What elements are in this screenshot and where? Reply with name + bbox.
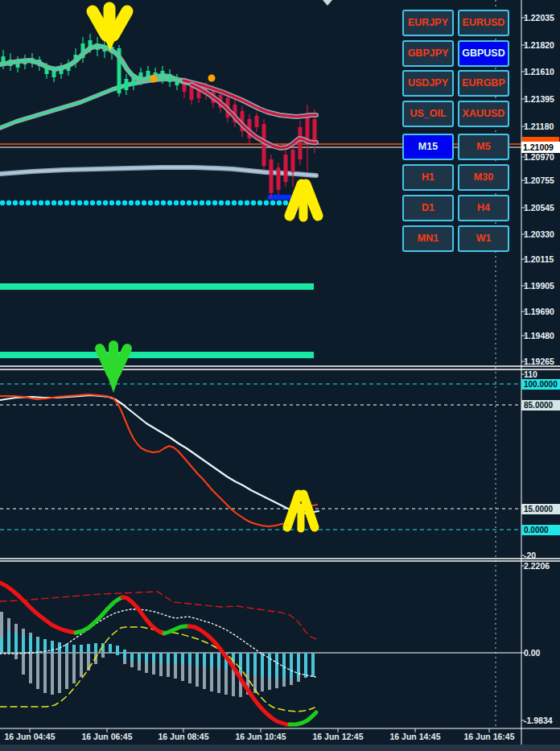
histogram-bar-cyan — [109, 644, 112, 653]
symbol-button-xauusd[interactable]: XAUUSD — [458, 101, 509, 127]
symbol-button-eurusd[interactable]: EURUSD — [458, 10, 509, 36]
cyan-dotted-baseline-dot — [257, 200, 262, 205]
time-axis-label: 16 Jun 06:45 — [71, 732, 143, 741]
timeframe-button-d1[interactable]: D1 — [402, 195, 454, 221]
macd-power-line-green — [290, 712, 316, 724]
cyan-dotted-baseline-dot — [251, 200, 256, 205]
histogram-bar-cyan — [123, 653, 126, 659]
oscillator-panel — [0, 384, 521, 530]
cyan-dotted-baseline-dot — [58, 200, 63, 205]
cyan-dotted-baseline-dot — [232, 200, 237, 205]
candlestick — [299, 127, 303, 159]
candlestick — [190, 87, 194, 100]
price-axis-label: 1.19690 — [524, 307, 560, 316]
oscillator-buy-arrow-icon — [303, 494, 315, 527]
candlestick — [125, 79, 129, 90]
oscillator-main-line — [0, 395, 314, 514]
histogram-bar-cyan — [282, 653, 286, 679]
price-axis-label: 1.20545 — [524, 203, 560, 213]
macd-axis-label: 2.2206 — [524, 561, 560, 571]
oscillator-axis-label: -20 — [524, 551, 560, 560]
histogram-bar-cyan — [203, 653, 206, 666]
time-axis-label: 16 Jun 04:45 — [0, 732, 66, 741]
cyan-dotted-baseline-dot — [238, 200, 243, 205]
histogram-bar-cyan — [138, 653, 141, 662]
cyan-dotted-baseline-dot — [77, 200, 82, 205]
oscillator-level-badge: 100.0000 — [521, 379, 560, 390]
cyan-dotted-baseline-dot — [270, 200, 275, 205]
cyan-dotted-baseline-dot — [135, 200, 140, 205]
cyan-dotted-baseline-dot — [167, 200, 172, 205]
timeframe-button-h4[interactable]: H4 — [458, 195, 509, 221]
histogram-bar-cyan — [290, 653, 293, 679]
histogram-bar-cyan — [116, 646, 119, 653]
histogram-bar-cyan — [304, 653, 307, 678]
cyan-dotted-baseline-dot — [180, 200, 185, 205]
cyan-dotted-baseline-dot — [45, 200, 50, 205]
symbol-button-usdjpy[interactable]: USDJPY — [402, 70, 454, 97]
cyan-dotted-baseline-dot — [39, 200, 43, 205]
histogram-bar-cyan — [14, 633, 18, 653]
macd-axis-label: 0.00 — [524, 648, 560, 658]
time-axis-label: 16 Jun 16:45 — [453, 732, 525, 741]
time-axis-label: 16 Jun 12:45 — [302, 732, 374, 741]
cyan-dotted-baseline-dot — [116, 200, 121, 205]
histogram-bar-cyan — [246, 653, 249, 674]
slow-ma-green — [0, 79, 185, 128]
price-axis-label: 1.21395 — [524, 94, 560, 104]
timeframe-button-w1[interactable]: W1 — [458, 225, 509, 252]
histogram-bar-cyan — [94, 643, 97, 653]
price-axis-label: 1.21610 — [524, 67, 560, 76]
orange-signal-dot — [208, 75, 216, 82]
timeframe-button-mn1[interactable]: MN1 — [402, 225, 454, 252]
price-axis-label: 1.20755 — [524, 175, 560, 185]
histogram-bar-cyan — [253, 653, 257, 675]
oscillator-level-badge: 0.0000 — [521, 525, 560, 535]
price-axis-label: 1.19480 — [524, 331, 560, 340]
cyan-dotted-baseline-dot — [154, 200, 159, 205]
histogram-bar-gray — [29, 653, 32, 683]
histogram-bar-gray — [65, 653, 68, 689]
symbol-button-eurgbp[interactable]: EURGBP — [458, 70, 509, 97]
oscillator-signal-line — [0, 394, 286, 526]
support-resistance-zone — [0, 352, 314, 358]
symbol-button-us_oil[interactable]: US_OIL — [402, 101, 454, 127]
histogram-bar-cyan — [123, 650, 126, 653]
cyan-dotted-baseline-dot — [161, 200, 166, 205]
price-axis-label: 1.21180 — [524, 122, 560, 131]
symbol-button-gbpjpy[interactable]: GBPJPY — [402, 40, 454, 67]
histogram-bar-cyan — [7, 631, 10, 653]
oscillator-level-badge: 85.0000 — [521, 400, 560, 411]
timeframe-button-h1[interactable]: H1 — [402, 164, 454, 191]
cyan-dotted-baseline-dot — [187, 200, 191, 205]
timeframe-button-m15[interactable]: M15 — [402, 134, 454, 160]
slow-ma-green-outline — [0, 79, 185, 128]
cyan-dotted-baseline-dot — [64, 200, 69, 205]
window-bottom-strip — [0, 745, 560, 751]
oscillator-buy-arrow-icon — [287, 494, 299, 527]
cyan-dotted-baseline-dot — [13, 200, 18, 205]
candlestick — [277, 167, 281, 190]
cyan-dotted-baseline-dot — [84, 200, 89, 205]
price-axis-label: 1.20330 — [524, 229, 560, 239]
mid-ma-red — [183, 80, 316, 117]
cyan-dotted-baseline-dot — [283, 200, 288, 205]
histogram-bar-cyan — [188, 653, 191, 665]
cyan-dotted-baseline-dot — [219, 200, 224, 205]
histogram-bar-cyan — [130, 653, 134, 661]
symbol-button-gbpusd[interactable]: GBPUSD — [458, 40, 509, 67]
histogram-bar-cyan — [210, 653, 213, 667]
symbol-button-eurjpy[interactable]: EURJPY — [402, 10, 454, 36]
candlestick — [52, 71, 56, 77]
cyan-dotted-baseline-dot — [264, 200, 269, 205]
time-axis-label: 16 Jun 14:45 — [379, 732, 451, 741]
histogram-bar-cyan — [159, 653, 163, 663]
histogram-bar-gray — [36, 653, 39, 689]
macd-power-line-red — [122, 597, 164, 633]
mt4-chart-window: 1.21009 1.220351.218201.216101.213951.21… — [0, 0, 560, 751]
timeframe-button-m30[interactable]: M30 — [458, 164, 509, 191]
sell-confirm-arrow-icon — [105, 370, 121, 393]
macd-power-line-red — [0, 583, 76, 633]
timeframe-button-m5[interactable]: M5 — [458, 134, 509, 160]
histogram-bar-cyan — [196, 653, 199, 666]
